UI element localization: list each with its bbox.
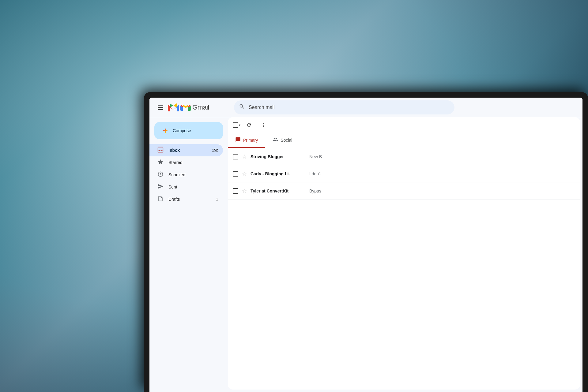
email-checkbox-0[interactable] — [233, 154, 238, 159]
email-sender-2: Tyler at ConvertKit — [251, 189, 306, 193]
email-sender-1: Carly - Blogging Li. — [251, 171, 306, 176]
more-icon — [261, 122, 266, 128]
tabs-row: Primary Social — [228, 133, 580, 148]
laptop-frame: Gmail Search mail — [144, 92, 588, 392]
menu-button[interactable] — [154, 101, 167, 114]
email-checkbox-1[interactable] — [233, 171, 238, 177]
sidebar-item-snoozed[interactable]: Snoozed — [149, 169, 223, 181]
search-bar[interactable]: Search mail — [234, 100, 454, 114]
svg-rect-1 — [158, 147, 163, 152]
drafts-badge: 1 — [216, 197, 218, 201]
main-content: Compose Inbox 152 — [149, 117, 582, 392]
topbar: Gmail Search mail — [149, 98, 582, 117]
refresh-button[interactable] — [243, 119, 255, 131]
email-sender-0: Striving Blogger — [251, 154, 306, 159]
sidebar-item-starred[interactable]: Starred — [149, 156, 223, 169]
sidebar: Compose Inbox 152 — [149, 117, 228, 392]
email-star-2[interactable]: ☆ — [242, 188, 247, 194]
tab-social[interactable]: Social — [265, 133, 300, 148]
refresh-icon — [246, 122, 252, 128]
sidebar-item-sent[interactable]: Sent — [149, 181, 223, 193]
gmail-app: Gmail Search mail — [149, 98, 582, 392]
email-checkbox-2[interactable] — [233, 188, 238, 194]
sidebar-item-drafts[interactable]: Drafts 1 — [149, 193, 223, 205]
inbox-badge: 152 — [212, 148, 218, 152]
email-row-2[interactable]: ☆ Tyler at ConvertKit Bypas — [228, 182, 580, 200]
hamburger-icon — [158, 105, 163, 110]
select-all-checkbox[interactable] — [233, 122, 238, 128]
search-icon — [239, 103, 245, 111]
drafts-label: Drafts — [168, 197, 211, 202]
email-snippet-0: New B — [309, 154, 575, 159]
more-options-button[interactable] — [258, 119, 270, 131]
email-row-1[interactable]: ☆ Carly - Blogging Li. I don't — [228, 165, 580, 182]
tab-primary[interactable]: Primary — [228, 133, 265, 148]
primary-tab-icon — [235, 137, 241, 144]
email-toolbar: ▾ — [228, 117, 580, 133]
gmail-wordmark: Gmail — [192, 103, 209, 111]
gmail-m-icon — [180, 103, 191, 112]
snoozed-icon — [157, 171, 164, 179]
sidebar-item-inbox[interactable]: Inbox 152 — [149, 144, 223, 156]
starred-label: Starred — [168, 160, 218, 165]
email-list-area: ▾ — [228, 117, 580, 390]
select-all-wrap[interactable]: ▾ — [233, 122, 240, 128]
email-row-0[interactable]: ☆ Striving Blogger New B — [228, 148, 580, 165]
social-tab-icon — [273, 137, 278, 144]
search-input-placeholder: Search mail — [249, 105, 274, 110]
email-snippet-2: Bypas — [309, 189, 575, 193]
sent-label: Sent — [168, 185, 218, 189]
compose-label: Compose — [173, 128, 191, 133]
select-dropdown-arrow[interactable]: ▾ — [239, 123, 240, 127]
star-icon — [157, 159, 164, 166]
email-snippet-1: I don't — [309, 171, 575, 176]
email-star-1[interactable]: ☆ — [242, 170, 247, 177]
screen-bezel: Gmail Search mail — [149, 98, 582, 392]
gmail-m-logo — [168, 103, 179, 112]
compose-plus-icon — [162, 127, 169, 134]
primary-tab-label: Primary — [243, 138, 258, 143]
email-star-0[interactable]: ☆ — [242, 153, 247, 160]
compose-button[interactable]: Compose — [154, 122, 223, 139]
drafts-icon — [157, 196, 164, 203]
inbox-icon — [157, 147, 164, 154]
snoozed-label: Snoozed — [168, 172, 218, 177]
inbox-label: Inbox — [168, 148, 207, 153]
logo-area: Gmail — [154, 101, 234, 114]
sent-icon — [157, 183, 164, 191]
gmail-logo-link[interactable]: Gmail — [168, 103, 209, 112]
social-tab-label: Social — [281, 138, 292, 143]
